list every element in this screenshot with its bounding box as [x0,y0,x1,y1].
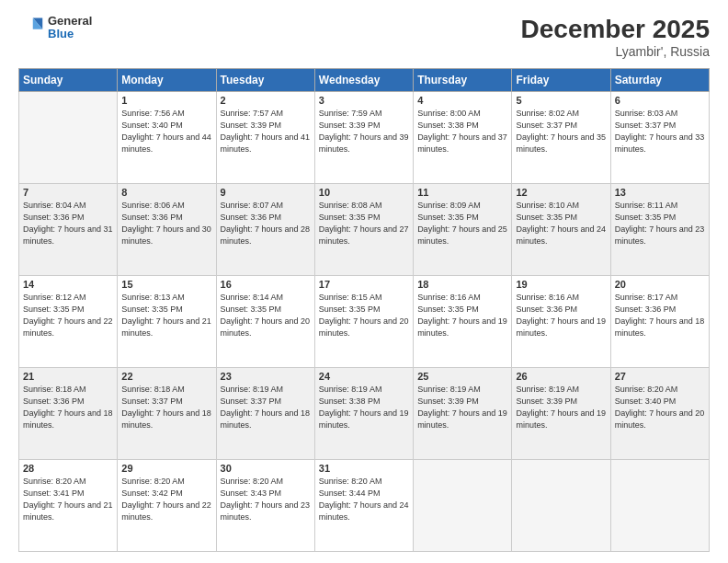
day-info: Sunrise: 8:12 AMSunset: 3:35 PMDaylight:… [23,292,113,339]
day-info: Sunrise: 8:16 AMSunset: 3:35 PMDaylight:… [417,292,507,339]
calendar-day-cell: 24Sunrise: 8:19 AMSunset: 3:38 PMDayligh… [314,368,413,460]
calendar-day-cell: 9Sunrise: 8:07 AMSunset: 3:36 PMDaylight… [216,184,314,276]
day-info: Sunrise: 8:06 AMSunset: 3:36 PMDaylight:… [121,200,211,247]
calendar-day-cell: 2Sunrise: 7:57 AMSunset: 3:39 PMDaylight… [216,92,314,184]
day-number: 12 [516,187,606,198]
calendar-day-cell: 14Sunrise: 8:12 AMSunset: 3:35 PMDayligh… [19,276,118,368]
col-header-saturday: Saturday [610,69,709,92]
day-info: Sunrise: 8:17 AMSunset: 3:36 PMDaylight:… [615,292,705,339]
calendar-day-cell [414,460,512,552]
day-number: 1 [121,95,211,106]
calendar-day-cell: 31Sunrise: 8:20 AMSunset: 3:44 PMDayligh… [314,460,413,552]
day-number: 14 [23,279,113,290]
calendar-day-cell: 26Sunrise: 8:19 AMSunset: 3:39 PMDayligh… [512,368,610,460]
logo-blue-text: Blue [48,28,92,40]
day-info: Sunrise: 7:56 AMSunset: 3:40 PMDaylight:… [121,108,211,155]
day-number: 7 [23,187,113,198]
day-info: Sunrise: 8:20 AMSunset: 3:43 PMDaylight:… [221,476,311,523]
calendar-header-row: SundayMondayTuesdayWednesdayThursdayFrid… [19,69,710,92]
day-number: 27 [615,371,705,382]
calendar-day-cell: 5Sunrise: 8:02 AMSunset: 3:37 PMDaylight… [512,92,610,184]
calendar-day-cell: 18Sunrise: 8:16 AMSunset: 3:35 PMDayligh… [414,276,512,368]
day-info: Sunrise: 8:18 AMSunset: 3:37 PMDaylight:… [121,384,211,431]
col-header-sunday: Sunday [19,69,118,92]
day-number: 13 [615,187,705,198]
day-number: 25 [417,371,507,382]
day-info: Sunrise: 8:19 AMSunset: 3:39 PMDaylight:… [516,384,606,431]
day-number: 20 [615,279,705,290]
col-header-wednesday: Wednesday [314,69,413,92]
day-info: Sunrise: 8:11 AMSunset: 3:35 PMDaylight:… [615,200,705,247]
calendar-day-cell: 29Sunrise: 8:20 AMSunset: 3:42 PMDayligh… [118,460,216,552]
day-info: Sunrise: 8:19 AMSunset: 3:37 PMDaylight:… [221,384,311,431]
calendar-day-cell: 23Sunrise: 8:19 AMSunset: 3:37 PMDayligh… [216,368,314,460]
calendar-week-row: 1Sunrise: 7:56 AMSunset: 3:40 PMDaylight… [19,92,710,184]
day-number: 30 [221,463,311,474]
calendar-day-cell: 3Sunrise: 7:59 AMSunset: 3:39 PMDaylight… [314,92,413,184]
col-header-thursday: Thursday [414,69,512,92]
day-info: Sunrise: 7:57 AMSunset: 3:39 PMDaylight:… [221,108,311,155]
calendar-week-row: 7Sunrise: 8:04 AMSunset: 3:36 PMDaylight… [19,184,710,276]
calendar-day-cell: 13Sunrise: 8:11 AMSunset: 3:35 PMDayligh… [610,184,709,276]
day-info: Sunrise: 8:20 AMSunset: 3:40 PMDaylight:… [615,384,705,431]
day-number: 21 [23,371,113,382]
day-info: Sunrise: 8:20 AMSunset: 3:42 PMDaylight:… [121,476,211,523]
day-number: 4 [417,95,507,106]
calendar-table: SundayMondayTuesdayWednesdayThursdayFrid… [18,68,710,552]
day-info: Sunrise: 8:09 AMSunset: 3:35 PMDaylight:… [417,200,507,247]
calendar-day-cell: 1Sunrise: 7:56 AMSunset: 3:40 PMDaylight… [118,92,216,184]
logo: General Blue [18,15,92,41]
calendar-week-row: 28Sunrise: 8:20 AMSunset: 3:41 PMDayligh… [19,460,710,552]
calendar-day-cell: 27Sunrise: 8:20 AMSunset: 3:40 PMDayligh… [610,368,709,460]
calendar-day-cell: 22Sunrise: 8:18 AMSunset: 3:37 PMDayligh… [118,368,216,460]
calendar-day-cell: 16Sunrise: 8:14 AMSunset: 3:35 PMDayligh… [216,276,314,368]
day-number: 3 [319,95,409,106]
calendar-day-cell: 11Sunrise: 8:09 AMSunset: 3:35 PMDayligh… [414,184,512,276]
day-number: 26 [516,371,606,382]
day-info: Sunrise: 8:13 AMSunset: 3:35 PMDaylight:… [121,292,211,339]
calendar-day-cell: 7Sunrise: 8:04 AMSunset: 3:36 PMDaylight… [19,184,118,276]
day-number: 2 [221,95,311,106]
day-number: 18 [417,279,507,290]
calendar-day-cell: 21Sunrise: 8:18 AMSunset: 3:36 PMDayligh… [19,368,118,460]
calendar-day-cell: 4Sunrise: 8:00 AMSunset: 3:38 PMDaylight… [414,92,512,184]
calendar-week-row: 14Sunrise: 8:12 AMSunset: 3:35 PMDayligh… [19,276,710,368]
calendar-day-cell: 6Sunrise: 8:03 AMSunset: 3:37 PMDaylight… [610,92,709,184]
day-number: 8 [121,187,211,198]
day-number: 15 [121,279,211,290]
day-number: 16 [221,279,311,290]
day-info: Sunrise: 8:00 AMSunset: 3:38 PMDaylight:… [417,108,507,155]
month-title: December 2025 [521,15,710,44]
day-number: 17 [319,279,409,290]
calendar-day-cell: 15Sunrise: 8:13 AMSunset: 3:35 PMDayligh… [118,276,216,368]
day-info: Sunrise: 8:18 AMSunset: 3:36 PMDaylight:… [23,384,113,431]
day-info: Sunrise: 8:15 AMSunset: 3:35 PMDaylight:… [319,292,409,339]
col-header-tuesday: Tuesday [216,69,314,92]
title-block: December 2025 Lyambir', Russia [521,15,710,59]
day-number: 10 [319,187,409,198]
calendar-day-cell [610,460,709,552]
day-info: Sunrise: 8:20 AMSunset: 3:44 PMDaylight:… [319,476,409,523]
day-info: Sunrise: 8:04 AMSunset: 3:36 PMDaylight:… [23,200,113,247]
calendar-day-cell: 20Sunrise: 8:17 AMSunset: 3:36 PMDayligh… [610,276,709,368]
day-info: Sunrise: 8:19 AMSunset: 3:39 PMDaylight:… [417,384,507,431]
day-number: 24 [319,371,409,382]
col-header-monday: Monday [118,69,216,92]
logo-text: General Blue [48,15,92,41]
calendar-day-cell: 25Sunrise: 8:19 AMSunset: 3:39 PMDayligh… [414,368,512,460]
day-number: 28 [23,463,113,474]
calendar-day-cell: 17Sunrise: 8:15 AMSunset: 3:35 PMDayligh… [314,276,413,368]
logo-general-text: General [48,15,92,28]
header: General Blue December 2025 Lyambir', Rus… [18,15,710,59]
day-number: 9 [221,187,311,198]
calendar-day-cell: 8Sunrise: 8:06 AMSunset: 3:36 PMDaylight… [118,184,216,276]
calendar-week-row: 21Sunrise: 8:18 AMSunset: 3:36 PMDayligh… [19,368,710,460]
day-number: 11 [417,187,507,198]
calendar-day-cell: 12Sunrise: 8:10 AMSunset: 3:35 PMDayligh… [512,184,610,276]
calendar-day-cell [19,92,118,184]
logo-icon [18,15,44,40]
day-number: 23 [221,371,311,382]
calendar-day-cell: 28Sunrise: 8:20 AMSunset: 3:41 PMDayligh… [19,460,118,552]
location-subtitle: Lyambir', Russia [521,44,710,59]
day-number: 29 [121,463,211,474]
